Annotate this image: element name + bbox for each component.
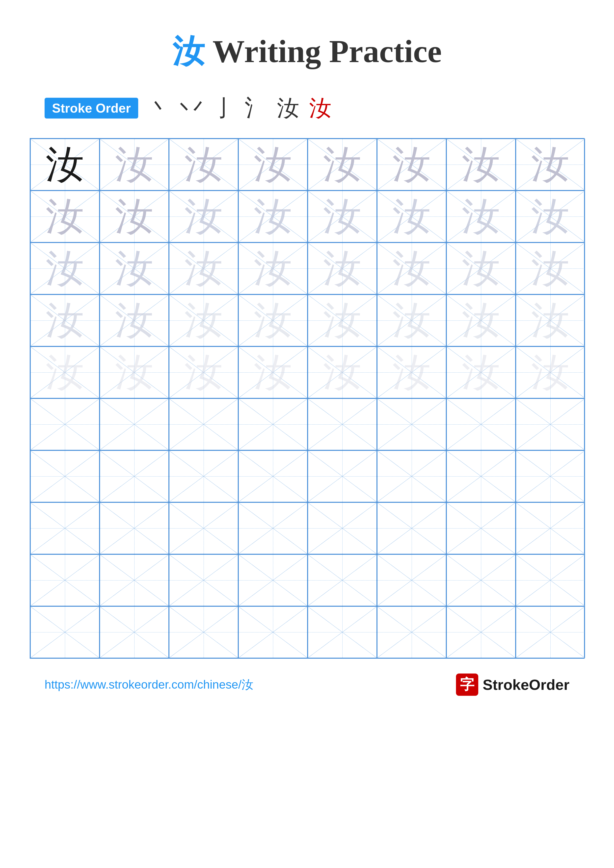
grid-cell[interactable] xyxy=(377,398,446,450)
grid-cell[interactable] xyxy=(377,502,446,554)
stroke-4: 氵 xyxy=(245,93,272,123)
grid-cell[interactable]: 汝 xyxy=(238,294,308,346)
grid-cell[interactable]: 汝 xyxy=(516,242,585,294)
grid-cell[interactable] xyxy=(238,450,308,502)
grid-cell[interactable]: 汝 xyxy=(308,242,377,294)
grid-cell[interactable] xyxy=(377,606,446,658)
grid-cell[interactable] xyxy=(99,398,169,450)
grid-cell[interactable] xyxy=(308,450,377,502)
grid-cell[interactable]: 汝 xyxy=(169,242,238,294)
grid-cell[interactable]: 汝 xyxy=(308,346,377,398)
grid-cell[interactable]: 汝 xyxy=(516,191,585,242)
grid-cell[interactable] xyxy=(308,502,377,554)
grid-cell[interactable]: 汝 xyxy=(446,191,516,242)
grid-cell[interactable]: 汝 xyxy=(169,191,238,242)
practice-char: 汝 xyxy=(115,250,153,288)
grid-cell[interactable]: 汝 xyxy=(308,139,377,191)
grid-cell[interactable]: 汝 xyxy=(30,139,99,191)
grid-cell[interactable] xyxy=(169,606,238,658)
grid-cell[interactable]: 汝 xyxy=(238,139,308,191)
grid-cell[interactable] xyxy=(169,554,238,606)
practice-char: 汝 xyxy=(45,197,84,236)
practice-char: 汝 xyxy=(462,301,500,340)
grid-cell[interactable]: 汝 xyxy=(30,191,99,242)
grid-cell[interactable] xyxy=(238,606,308,658)
practice-char: 汝 xyxy=(323,353,361,392)
grid-cell[interactable] xyxy=(377,554,446,606)
grid-cell[interactable]: 汝 xyxy=(377,139,446,191)
grid-cell[interactable]: 汝 xyxy=(238,242,308,294)
stroke-2: 丷 xyxy=(180,93,208,123)
grid-cell[interactable] xyxy=(446,450,516,502)
grid-cell[interactable] xyxy=(516,450,585,502)
grid-cell[interactable] xyxy=(446,398,516,450)
grid-cell[interactable]: 汝 xyxy=(446,242,516,294)
grid-cell[interactable] xyxy=(30,554,99,606)
grid-cell[interactable] xyxy=(308,398,377,450)
practice-char: 汝 xyxy=(45,353,84,392)
grid-cell[interactable] xyxy=(30,606,99,658)
grid-cell[interactable] xyxy=(30,502,99,554)
grid-cell[interactable] xyxy=(446,502,516,554)
footer-url[interactable]: https://www.strokeorder.com/chinese/汝 xyxy=(45,677,253,693)
grid-cell[interactable]: 汝 xyxy=(169,346,238,398)
grid-cell[interactable]: 汝 xyxy=(169,139,238,191)
grid-cell[interactable]: 汝 xyxy=(308,294,377,346)
logo-icon: 字 xyxy=(456,674,478,696)
grid-cell[interactable]: 汝 xyxy=(516,346,585,398)
grid-cell[interactable] xyxy=(308,606,377,658)
grid-cell[interactable]: 汝 xyxy=(30,346,99,398)
grid-cell[interactable] xyxy=(30,450,99,502)
grid-cell[interactable] xyxy=(238,398,308,450)
grid-cell[interactable] xyxy=(99,502,169,554)
grid-cell[interactable] xyxy=(169,502,238,554)
grid-cell[interactable]: 汝 xyxy=(446,139,516,191)
grid-cell[interactable] xyxy=(516,554,585,606)
grid-cell[interactable]: 汝 xyxy=(377,294,446,346)
grid-cell[interactable] xyxy=(516,502,585,554)
grid-cell[interactable]: 汝 xyxy=(377,242,446,294)
grid-cell[interactable]: 汝 xyxy=(99,139,169,191)
grid-cell[interactable] xyxy=(99,606,169,658)
grid-cell[interactable] xyxy=(99,554,169,606)
grid-cell[interactable] xyxy=(516,398,585,450)
grid-cell[interactable] xyxy=(238,554,308,606)
practice-char: 汝 xyxy=(253,146,292,184)
grid-cell[interactable]: 汝 xyxy=(169,294,238,346)
grid-cell[interactable]: 汝 xyxy=(99,294,169,346)
grid-cell[interactable] xyxy=(446,606,516,658)
grid-cell[interactable]: 汝 xyxy=(99,346,169,398)
grid-cell[interactable]: 汝 xyxy=(30,294,99,346)
practice-char: 汝 xyxy=(115,146,153,184)
grid-cell[interactable] xyxy=(169,398,238,450)
grid-cell[interactable] xyxy=(30,398,99,450)
grid-cell[interactable]: 汝 xyxy=(99,191,169,242)
grid-cell[interactable]: 汝 xyxy=(238,346,308,398)
grid-cell[interactable]: 汝 xyxy=(516,139,585,191)
grid-cell[interactable]: 汝 xyxy=(308,191,377,242)
grid-cell[interactable] xyxy=(446,554,516,606)
grid-cell[interactable] xyxy=(169,450,238,502)
grid-cell[interactable]: 汝 xyxy=(446,294,516,346)
grid-cell[interactable]: 汝 xyxy=(377,191,446,242)
grid-cell[interactable]: 汝 xyxy=(99,242,169,294)
grid-cell[interactable]: 汝 xyxy=(238,191,308,242)
page: 汝 Writing Practice Stroke Order 丶 丷 亅 氵 … xyxy=(0,0,614,868)
practice-char: 汝 xyxy=(531,197,569,236)
stroke-6-final: 汝 xyxy=(309,93,336,123)
practice-char: 汝 xyxy=(253,197,292,236)
title-char: 汝 xyxy=(173,33,205,69)
grid-cell[interactable] xyxy=(377,450,446,502)
grid-cell[interactable] xyxy=(99,450,169,502)
grid-cell[interactable]: 汝 xyxy=(377,346,446,398)
footer: https://www.strokeorder.com/chinese/汝 字 … xyxy=(30,674,584,696)
grid-cell[interactable]: 汝 xyxy=(516,294,585,346)
grid-cell[interactable] xyxy=(238,502,308,554)
practice-char: 汝 xyxy=(531,146,569,184)
grid-cell[interactable] xyxy=(308,554,377,606)
grid-cell[interactable]: 汝 xyxy=(30,242,99,294)
practice-char: 汝 xyxy=(531,301,569,340)
grid-cell[interactable]: 汝 xyxy=(446,346,516,398)
grid-cell[interactable] xyxy=(516,606,585,658)
practice-char: 汝 xyxy=(531,250,569,288)
